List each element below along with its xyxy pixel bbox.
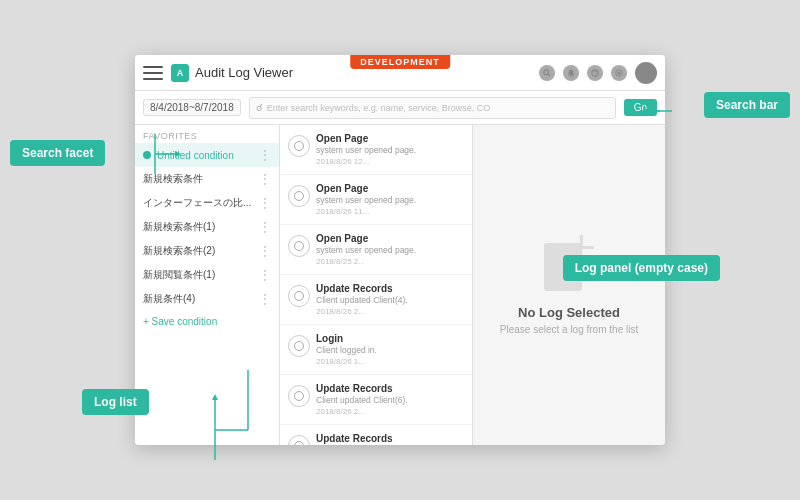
- svg-text:?: ?: [594, 70, 597, 76]
- log-item-2[interactable]: Open Page system user opened page. 2018/…: [280, 225, 472, 275]
- log-content-4: Login Client logged in. 2018/8/26 1...: [316, 333, 464, 366]
- search-box[interactable]: ☌ Enter search keywords, e.g. name, serv…: [249, 97, 616, 119]
- sidebar-item-3[interactable]: 新規検索条件(1) ⋮: [135, 215, 279, 239]
- go-button[interactable]: Go: [624, 99, 657, 116]
- log-subtitle-3: Client updated Client(4).: [316, 295, 464, 305]
- app-logo: A: [171, 64, 189, 82]
- log-title-3: Update Records: [316, 283, 464, 294]
- search-input-placeholder: Enter search keywords, e.g. name, servic…: [267, 103, 491, 113]
- log-icon-0: [288, 135, 310, 157]
- log-content-6: Update Records Client updated Client(6).…: [316, 433, 464, 445]
- log-subtitle-0: system user opened page.: [316, 145, 464, 155]
- toolbar: 8/4/2018~8/7/2018 ☌ Enter search keyword…: [135, 91, 665, 125]
- log-icon-2: [288, 235, 310, 257]
- log-title-2: Open Page: [316, 233, 464, 244]
- log-icon-4: [288, 335, 310, 357]
- log-title-6: Update Records: [316, 433, 464, 444]
- sidebar-item-more-3[interactable]: ⋮: [259, 220, 271, 234]
- empty-state-subtitle: Please select a log from the list: [500, 324, 638, 335]
- sidebar-item-label-6: 新規条件(4): [143, 292, 259, 306]
- app-title: Audit Log Viewer: [195, 65, 293, 80]
- sidebar-item-more-5[interactable]: ⋮: [259, 268, 271, 282]
- log-content-2: Open Page system user opened page. 2018/…: [316, 233, 464, 266]
- sidebar: Favorites Untitled condition ⋮ 新規検索条件 ⋮ …: [135, 125, 280, 445]
- sidebar-item-more-6[interactable]: ⋮: [259, 292, 271, 306]
- search-facet-annotation: Search facet: [10, 140, 105, 166]
- sidebar-item-more-2[interactable]: ⋮: [259, 196, 271, 210]
- log-item-4[interactable]: Login Client logged in. 2018/8/26 1...: [280, 325, 472, 375]
- date-range-picker[interactable]: 8/4/2018~8/7/2018: [143, 99, 241, 116]
- dev-badge: DEVELOPMENT: [350, 55, 450, 69]
- sidebar-item-label-5: 新規閲覧条件(1): [143, 268, 259, 282]
- log-item-5[interactable]: Update Records Client updated Client(6).…: [280, 375, 472, 425]
- empty-state-title: No Log Selected: [518, 305, 620, 320]
- log-content-5: Update Records Client updated Client(6).…: [316, 383, 464, 416]
- sidebar-item-more-4[interactable]: ⋮: [259, 244, 271, 258]
- active-dot: [143, 151, 151, 159]
- sidebar-item-label-1: 新規検索条件: [143, 172, 259, 186]
- log-content-0: Open Page system user opened page. 2018/…: [316, 133, 464, 166]
- log-subtitle-5: Client updated Client(6).: [316, 395, 464, 405]
- title-bar-actions: ?: [539, 62, 657, 84]
- title-bar: A Audit Log Viewer DEVELOPMENT ?: [135, 55, 665, 91]
- log-time-1: 2018/8/26 11...: [316, 207, 464, 216]
- log-content-1: Open Page system user opened page. 2018/…: [316, 183, 464, 216]
- svg-line-14: [548, 74, 550, 76]
- log-title-4: Login: [316, 333, 464, 344]
- log-time-5: 2018/8/26 2...: [316, 407, 464, 416]
- log-list-annotation: Log list: [82, 389, 149, 415]
- log-item-0[interactable]: Open Page system user opened page. 2018/…: [280, 125, 472, 175]
- app-window: A Audit Log Viewer DEVELOPMENT ?: [135, 55, 665, 445]
- sidebar-item-2[interactable]: インターフェースの比... ⋮: [135, 191, 279, 215]
- log-time-3: 2018/8/26 2...: [316, 307, 464, 316]
- menu-button[interactable]: [143, 66, 163, 80]
- log-icon-5: [288, 385, 310, 407]
- sidebar-item-more-0[interactable]: ⋮: [259, 148, 271, 162]
- log-subtitle-4: Client logged in.: [316, 345, 464, 355]
- settings-icon[interactable]: [611, 65, 627, 81]
- log-icon-3: [288, 285, 310, 307]
- sidebar-item-1[interactable]: 新規検索条件 ⋮: [135, 167, 279, 191]
- help-icon[interactable]: ?: [587, 65, 603, 81]
- sidebar-item-more-1[interactable]: ⋮: [259, 172, 271, 186]
- outer-background: Search bar Search facet Log panel (empty…: [0, 0, 800, 500]
- sidebar-item-label-3: 新規検索条件(1): [143, 220, 259, 234]
- favorites-label: Favorites: [135, 125, 279, 143]
- log-time-2: 2018/8/25 2...: [316, 257, 464, 266]
- content-area: Favorites Untitled condition ⋮ 新規検索条件 ⋮ …: [135, 125, 665, 445]
- log-time-4: 2018/8/26 1...: [316, 357, 464, 366]
- log-item-3[interactable]: Update Records Client updated Client(4).…: [280, 275, 472, 325]
- log-title-1: Open Page: [316, 183, 464, 194]
- sidebar-item-6[interactable]: 新規条件(4) ⋮: [135, 287, 279, 311]
- sidebar-item-0[interactable]: Untitled condition ⋮: [135, 143, 279, 167]
- search-box-icon: ☌: [256, 102, 263, 113]
- log-panel-annotation: Log panel (empty case): [563, 255, 720, 281]
- avatar[interactable]: [635, 62, 657, 84]
- log-list: Open Page system user opened page. 2018/…: [280, 125, 473, 445]
- log-title-0: Open Page: [316, 133, 464, 144]
- log-icon-6: [288, 435, 310, 445]
- svg-point-18: [617, 71, 620, 74]
- search-icon[interactable]: [539, 65, 555, 81]
- log-panel: No Log Selected Please select a log from…: [473, 125, 665, 445]
- sidebar-item-label-0: Untitled condition: [157, 150, 259, 161]
- log-icon-1: [288, 185, 310, 207]
- search-bar-annotation: Search bar: [704, 92, 790, 118]
- notification-icon[interactable]: [563, 65, 579, 81]
- svg-point-13: [544, 69, 549, 74]
- log-time-0: 2018/8/26 12...: [316, 157, 464, 166]
- log-item-6[interactable]: Update Records Client updated Client(6).…: [280, 425, 472, 445]
- log-title-5: Update Records: [316, 383, 464, 394]
- sidebar-item-label-4: 新規検索条件(2): [143, 244, 259, 258]
- sidebar-item-4[interactable]: 新規検索条件(2) ⋮: [135, 239, 279, 263]
- log-content-3: Update Records Client updated Client(4).…: [316, 283, 464, 316]
- add-condition-button[interactable]: + Save condition: [135, 311, 279, 332]
- log-item-1[interactable]: Open Page system user opened page. 2018/…: [280, 175, 472, 225]
- log-subtitle-1: system user opened page.: [316, 195, 464, 205]
- sidebar-item-5[interactable]: 新規閲覧条件(1) ⋮: [135, 263, 279, 287]
- sidebar-item-label-2: インターフェースの比...: [143, 196, 259, 210]
- log-subtitle-2: system user opened page.: [316, 245, 464, 255]
